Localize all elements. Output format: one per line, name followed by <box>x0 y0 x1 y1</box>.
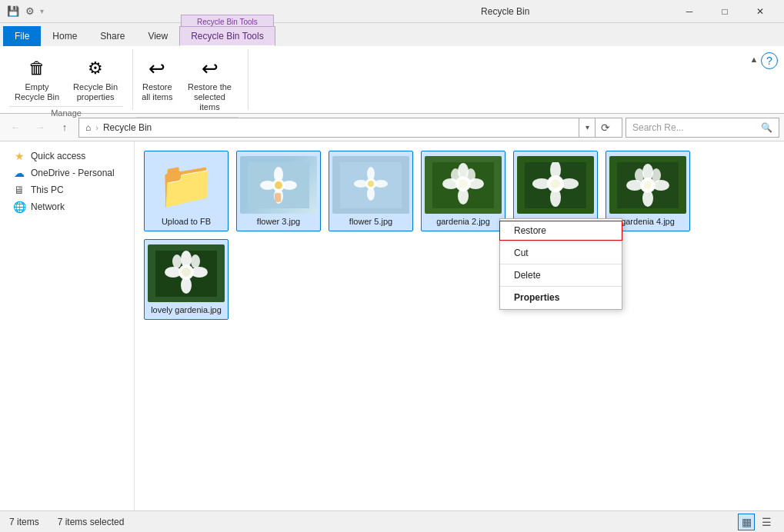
file-label-flower-5: flower 5.jpg <box>349 217 392 226</box>
quick-access-toolbar: 💾 ⚙ ▾ <box>6 5 339 18</box>
titlebar-save-icon[interactable]: 💾 <box>6 5 20 18</box>
address-box[interactable]: ⌂ › Recycle Bin ▾ ⟳ <box>78 118 622 138</box>
forward-button[interactable]: → <box>29 117 51 138</box>
ribbon-spacer <box>249 49 748 110</box>
svg-point-28 <box>532 178 551 189</box>
restore-all-items-button[interactable]: ↩ Restoreall items <box>136 52 178 106</box>
minimize-button[interactable]: ─ <box>672 0 707 23</box>
svg-point-29 <box>560 178 579 189</box>
sidebar-item-this-pc[interactable]: 🖥 This PC <box>0 181 134 198</box>
svg-point-6 <box>275 181 282 189</box>
manage-group-label: Recycle Bin Tools <box>181 15 274 27</box>
svg-point-34 <box>642 190 653 207</box>
search-box[interactable]: Search Re... 🔍 <box>626 118 779 138</box>
svg-point-21 <box>451 168 460 182</box>
gardenia-4-preview <box>617 162 679 208</box>
empty-recycle-bin-icon: 🗑 <box>25 56 49 81</box>
ribbon-tabs: File Home Share View Recycle Bin Tools R… <box>0 23 784 46</box>
file-item-upload-fb[interactable]: 📁 Upload to FB <box>144 151 229 231</box>
svg-point-39 <box>644 181 652 189</box>
svg-point-12 <box>354 180 368 188</box>
back-button[interactable]: ← <box>5 117 26 138</box>
restore-all-icon: ↩ <box>145 56 169 81</box>
tab-file[interactable]: File <box>3 26 41 46</box>
empty-recycle-bin-label: EmptyRecycle Bin <box>15 82 59 102</box>
restore-selected-label: Restore theselected items <box>187 82 233 113</box>
window-controls: ─ □ ✕ <box>672 0 778 23</box>
main-area: ★ Quick access ☁ OneDrive - Personal 🖥 T… <box>0 141 784 510</box>
svg-point-46 <box>172 254 182 268</box>
svg-point-44 <box>165 267 182 278</box>
svg-point-47 <box>191 254 200 268</box>
close-button[interactable]: ✕ <box>742 0 778 23</box>
selected-count: 7 items selected <box>58 517 125 527</box>
context-menu-properties[interactable]: Properties <box>500 288 622 307</box>
folder-icon: 📁 <box>158 158 215 212</box>
file-item-gardenia-2[interactable]: gardenia 2.jpg <box>421 151 505 231</box>
recycle-bin-properties-button[interactable]: ⚙ Recycle Binproperties <box>68 52 123 106</box>
search-icon: 🔍 <box>761 122 772 133</box>
flower-3-preview <box>248 162 309 208</box>
context-menu-restore[interactable]: Restore <box>500 221 622 240</box>
file-thumbnail-gardenia-3 <box>517 156 594 214</box>
address-expand-button[interactable]: ▾ <box>579 118 596 138</box>
onedrive-label: OneDrive - Personal <box>31 168 115 178</box>
ribbon-restore-section: ↩ Restoreall items ↩ Restore theselected… <box>133 49 248 110</box>
address-bar: ← → ↑ ⌂ › Recycle Bin ▾ ⟳ Search Re... 🔍 <box>0 114 784 141</box>
file-label-upload-fb: Upload to FB <box>162 217 211 226</box>
svg-point-2 <box>274 167 283 182</box>
file-item-flower-5[interactable]: flower 5.jpg <box>329 151 413 231</box>
file-thumbnail-upload-fb: 📁 <box>148 156 225 214</box>
svg-point-13 <box>374 180 388 188</box>
refresh-button[interactable]: ⟳ <box>596 118 616 138</box>
context-menu-delete[interactable]: Delete <box>500 266 622 284</box>
context-menu: Restore Cut Delete Properties <box>499 218 622 310</box>
restore-selected-button[interactable]: ↩ Restore theselected items <box>182 52 239 117</box>
sidebar-item-quick-access[interactable]: ★ Quick access <box>0 148 134 165</box>
svg-point-45 <box>191 267 208 278</box>
sidebar-item-network[interactable]: 🌐 Network <box>0 198 134 215</box>
titlebar-settings-icon[interactable]: ⚙ <box>23 5 37 18</box>
network-label: Network <box>31 201 65 212</box>
file-item-flower-3[interactable]: flower 3.jpg <box>236 151 321 231</box>
context-menu-separator-2 <box>500 264 622 264</box>
gardenia-2-preview <box>432 162 494 208</box>
svg-point-48 <box>182 268 191 277</box>
recycle-bin-properties-label: Recycle Binproperties <box>73 82 118 102</box>
maximize-button[interactable]: □ <box>707 0 742 23</box>
svg-point-5 <box>282 181 297 190</box>
tab-home[interactable]: Home <box>41 26 88 46</box>
empty-recycle-bin-button[interactable]: 🗑 EmptyRecycle Bin <box>9 52 65 106</box>
tab-share[interactable]: Share <box>88 26 136 46</box>
svg-point-18 <box>458 188 469 204</box>
file-item-lovely-gardenia[interactable]: lovely gardenia.jpg <box>144 239 229 320</box>
item-count: 7 items <box>9 517 39 527</box>
file-area[interactable]: 📁 Upload to FB flower 3.jpg <box>135 141 784 510</box>
file-label-gardenia-2: gardenia 2.jpg <box>436 217 490 226</box>
file-thumbnail-flower-5 <box>332 156 409 214</box>
up-button[interactable]: ↑ <box>54 117 75 138</box>
context-menu-separator-3 <box>500 286 622 287</box>
breadcrumb-path: Recycle Bin <box>103 122 152 133</box>
svg-point-22 <box>466 168 475 182</box>
address-home-icon: ⌂ <box>85 122 91 133</box>
address-arrow: › <box>95 123 98 132</box>
tab-view[interactable]: View <box>136 26 179 46</box>
ribbon-collapse-button[interactable]: ▲ <box>747 52 761 66</box>
file-thumbnail-lovely-gardenia <box>148 244 225 302</box>
onedrive-icon: ☁ <box>12 167 26 179</box>
file-thumbnail-gardenia-4 <box>609 156 686 214</box>
window-title: Recycle Bin <box>339 6 672 17</box>
title-bar: 💾 ⚙ ▾ Recycle Bin ─ □ ✕ <box>0 0 784 23</box>
ribbon: 🗑 EmptyRecycle Bin ⚙ Recycle Binproperti… <box>0 46 784 114</box>
help-button[interactable]: ? <box>761 52 778 69</box>
tab-recycle-bin-tools[interactable]: Recycle Bin Tools <box>179 26 275 46</box>
list-view-button[interactable]: ▦ <box>738 514 755 530</box>
context-menu-cut[interactable]: Cut <box>500 244 622 262</box>
titlebar-dropdown-icon[interactable]: ▾ <box>40 7 44 15</box>
network-icon: 🌐 <box>12 201 26 213</box>
ribbon-manage-section: 🗑 EmptyRecycle Bin ⚙ Recycle Binproperti… <box>6 49 133 110</box>
ribbon-restore-buttons: ↩ Restoreall items ↩ Restore theselected… <box>136 49 238 117</box>
details-view-button[interactable]: ☰ <box>758 514 775 530</box>
sidebar-item-onedrive[interactable]: ☁ OneDrive - Personal <box>0 165 134 181</box>
